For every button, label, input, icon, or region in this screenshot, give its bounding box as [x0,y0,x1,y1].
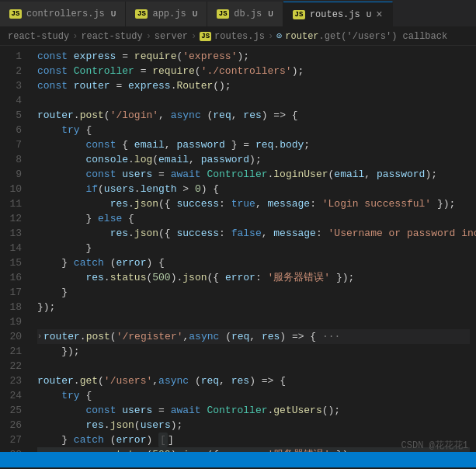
code-line: } catch (error) { [37,255,470,270]
code-line: }); [37,344,470,359]
line-numbers: 1 2 3 4 5 6 7 8 9 10 11 12 13 14 15 16 1… [0,46,31,452]
code-line: console.log(email, password); [37,152,470,167]
code-line: } [37,285,470,300]
tab-label: routes.js [310,9,360,20]
code-line: const { email, password } = req.body; [37,137,470,152]
tab-label: db.js [234,9,262,19]
code-line: const users = await Controller.getUsers(… [37,403,470,418]
dirty-indicator: U [268,9,273,19]
code-line: res.json(users); [37,418,470,433]
js-icon: JS [293,10,305,19]
dirty-indicator: U [193,9,198,19]
code-line: try { [37,388,470,403]
status-bar [0,452,476,467]
tab-label: controllers.js [26,9,105,19]
code-line: const router = express.Router(); [37,78,470,93]
code-line: res.status(500).json({ error: '服务器错误' })… [37,270,470,285]
code-line: try { [37,123,470,137]
breadcrumb-part: react-study [8,31,69,42]
tab-app[interactable]: JS app.js U [126,2,207,26]
breadcrumb-part: server [155,31,188,42]
code-line [37,93,470,108]
watermark: CSDN @花花花1 [401,439,468,452]
code-line: router.get('/users',async (req, res) => … [37,373,470,388]
close-tab-icon[interactable]: × [376,9,382,21]
code-line: res.json({ success: true, message: 'Logi… [37,196,470,211]
tab-db[interactable]: JS db.js U [207,2,283,26]
code-line [37,359,470,373]
js-icon: JS [135,9,148,19]
code-line: if(users.length > 0) { [37,182,470,196]
tab-label: app.js [152,9,186,19]
dirty-indicator: U [367,10,372,19]
breadcrumb-symbol: ⊙ [276,30,282,42]
code-line: const express = require('express'); [37,49,470,64]
breadcrumb-part: routes.js [214,31,265,42]
js-icon: JS [9,9,22,19]
code-line: router.post('/login', async (req, res) =… [37,108,470,123]
breadcrumb: react-study › react-study › server › JS … [0,27,476,46]
code-line: } [37,241,470,255]
breadcrumb-part: react-study [81,31,142,42]
code-line: } else { [37,211,470,226]
code-line [37,314,470,329]
breadcrumb-callback: router.get('/users') callback [285,31,447,42]
code-line: const users = await Controller.loginUser… [37,167,470,182]
code-line: res.json({ success: false, message: 'Use… [37,226,470,241]
breadcrumb-js-icon: JS [200,32,211,41]
code-content: const express = require('express'); cons… [31,46,476,452]
code-area: 1 2 3 4 5 6 7 8 9 10 11 12 13 14 15 16 1… [0,46,476,452]
code-line-collapsed: ›router.post('/register',async (req, res… [37,329,470,344]
code-line: const Controller = require('./controller… [37,64,470,78]
tab-controllers[interactable]: JS controllers.js U [0,2,126,26]
code-line: }); [37,300,470,314]
js-icon: JS [217,9,229,19]
dirty-indicator: U [111,9,116,19]
tab-bar: JS controllers.js U JS app.js U JS db.js… [0,0,476,27]
tab-routes[interactable]: JS routes.js U × [283,2,393,26]
